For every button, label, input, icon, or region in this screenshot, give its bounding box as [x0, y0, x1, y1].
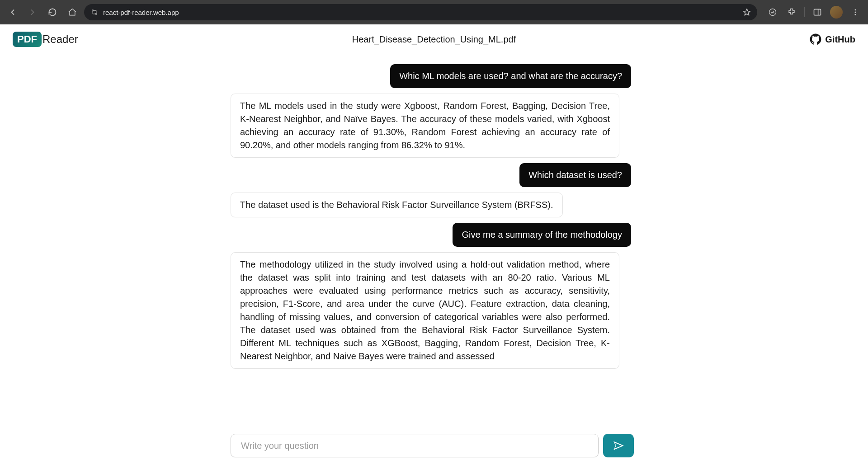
message-row: The ML models used in the study were Xgb…: [231, 94, 631, 158]
logo-text: Reader: [42, 33, 78, 46]
back-button[interactable]: [5, 4, 21, 20]
message-row: Whic ML models are used? and what are th…: [231, 64, 631, 88]
browser-actions: [764, 4, 863, 20]
message-row: The dataset used is the Behavioral Risk …: [231, 193, 631, 217]
profile-avatar[interactable]: [828, 4, 844, 20]
document-title: Heart_Disease_Detection_Using_ML.pdf: [352, 34, 516, 45]
chat-column: Whic ML models are used? and what are th…: [229, 54, 639, 461]
logo-badge: PDF: [13, 32, 42, 47]
send-button[interactable]: [603, 434, 634, 457]
bot-message: The ML models used in the study were Xgb…: [231, 94, 619, 158]
github-icon: [810, 33, 821, 45]
browser-toolbar: react-pdf-reader.web.app: [0, 0, 868, 24]
reload-button[interactable]: [44, 4, 61, 20]
chat-scroll-wrapper: Whic ML models are used? and what are th…: [229, 54, 639, 430]
home-button[interactable]: [64, 4, 80, 20]
bot-message: The methodology utilized in the study in…: [231, 252, 619, 369]
user-message: Which dataset is used?: [519, 163, 631, 187]
bot-message: The dataset used is the Behavioral Risk …: [231, 193, 563, 217]
menu-button[interactable]: [847, 4, 863, 20]
svg-point-0: [92, 10, 94, 11]
divider: [804, 7, 805, 17]
user-message: Give me a summary of the methodology: [453, 223, 631, 247]
svg-point-7: [769, 9, 776, 16]
svg-point-10: [855, 9, 856, 10]
forward-button[interactable]: [24, 4, 41, 20]
svg-point-12: [855, 14, 856, 15]
site-info-icon[interactable]: [90, 8, 99, 16]
app-header: PDF Reader Heart_Disease_Detection_Using…: [0, 24, 868, 54]
svg-marker-6: [744, 9, 750, 15]
bookmark-icon[interactable]: [743, 8, 751, 16]
side-panel-button[interactable]: [809, 4, 826, 20]
github-label: GitHub: [825, 34, 855, 45]
svg-point-11: [855, 12, 856, 13]
message-row: Give me a summary of the methodology: [231, 223, 631, 247]
svg-rect-8: [814, 9, 821, 15]
main-area: Whic ML models are used? and what are th…: [0, 54, 868, 461]
user-message: Whic ML models are used? and what are th…: [390, 64, 631, 88]
app-logo[interactable]: PDF Reader: [13, 32, 78, 47]
svg-point-1: [95, 13, 97, 14]
url-bar[interactable]: react-pdf-reader.web.app: [84, 4, 757, 20]
chat-scroll[interactable]: Whic ML models are used? and what are th…: [229, 54, 639, 430]
extensions-button[interactable]: [783, 4, 800, 20]
github-link[interactable]: GitHub: [810, 33, 855, 45]
message-row: Which dataset is used?: [231, 163, 631, 187]
message-row: The methodology utilized in the study in…: [231, 252, 631, 369]
url-text: react-pdf-reader.web.app: [103, 9, 738, 16]
extension-icon[interactable]: [764, 4, 781, 20]
question-input[interactable]: [231, 434, 599, 457]
input-bar: [229, 430, 639, 461]
